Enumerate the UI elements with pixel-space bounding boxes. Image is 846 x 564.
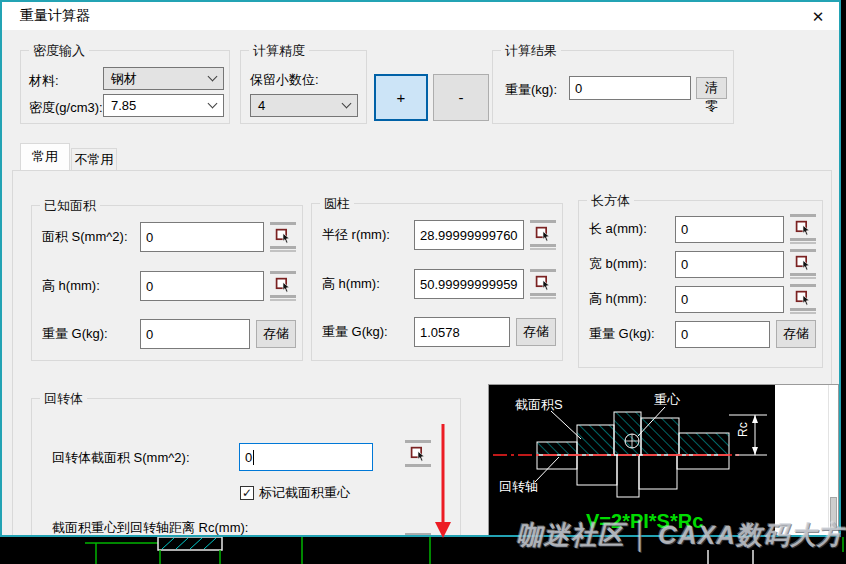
close-icon[interactable]: ✕ (803, 4, 833, 28)
height-input[interactable] (140, 271, 264, 301)
chevron-down-icon (342, 99, 352, 109)
decimals-value: 4 (258, 98, 265, 113)
field-row: 高 h(mm): (42, 271, 296, 301)
pick-bottom-line (530, 244, 556, 247)
pick-bottom-line (790, 238, 816, 241)
group-result: 计算结果 重量(kg): 清零 (492, 50, 734, 124)
rc-label: 截面积重心到回转轴距离 Rc(mm): (52, 519, 248, 537)
pick-top-line (405, 533, 431, 536)
pick-cursor-icon (535, 225, 552, 242)
revolve-diagram-image: 截面积S 重心 回转轴 Rc V=2*PI*S*Rc (489, 385, 775, 536)
diagram-formula: V=2*PI*S*Rc (586, 510, 703, 532)
material-label: 材料: (29, 72, 59, 90)
group-title: 计算精度 (249, 42, 309, 60)
weight-label: 重量 G(kg): (589, 325, 675, 343)
material-select[interactable]: 钢材 (103, 67, 224, 90)
pick-from-drawing-button[interactable] (270, 271, 296, 301)
group-known-area: 已知面积 面积 S(mm^2): 高 h(mm): (31, 205, 303, 361)
pick-top-line (790, 214, 816, 217)
field-row: 宽 b(mm): (589, 249, 816, 279)
pick-cursor-icon (795, 254, 812, 271)
pick-cursor-icon (410, 445, 427, 462)
density-select[interactable]: 7.85 (103, 94, 224, 117)
pick-bottom-line2 (790, 312, 816, 314)
revolve-preview-panel: 截面积S 重心 回转轴 Rc V=2*PI*S*Rc (488, 384, 839, 537)
height-input[interactable] (414, 269, 524, 299)
tab-common[interactable]: 常用 (20, 143, 70, 170)
group-title: 圆柱 (320, 195, 354, 213)
preview-scrollbar[interactable] (828, 385, 838, 536)
weight-label: 重量 G(kg): (42, 325, 140, 343)
group-revolve: 回转体 回转体截面积 S(mm^2): 0 ✓ 标记截面积重心 (31, 398, 461, 537)
store-button[interactable]: 存储 (256, 320, 296, 348)
decimals-select[interactable]: 4 (250, 94, 358, 117)
pick-from-drawing-button[interactable] (790, 214, 816, 244)
pick-from-drawing-button[interactable] (270, 222, 296, 252)
length-input[interactable] (675, 216, 784, 243)
chevron-down-icon (208, 99, 218, 109)
pick-bottom-line2 (530, 297, 556, 299)
group-precision: 计算精度 保留小数位: 4 (240, 50, 367, 124)
height-label: 高 h(mm): (322, 275, 414, 293)
pick-bottom-line (790, 308, 816, 311)
tab-uncommon[interactable]: 不常用 (71, 148, 117, 170)
text-caret (253, 450, 254, 465)
mark-centroid-row[interactable]: ✓ 标记截面积重心 (240, 484, 350, 502)
radius-label: 半径 r(mm): (322, 226, 414, 244)
pick-top-line (405, 440, 431, 443)
group-title: 已知面积 (40, 197, 100, 215)
height-input[interactable] (675, 286, 784, 313)
weight-input[interactable] (414, 317, 510, 347)
width-input[interactable] (675, 251, 784, 278)
density-label: 密度(g/cm3): (29, 99, 103, 117)
field-row: 长 a(mm): (589, 214, 816, 244)
field-row: 重量 G(kg): 存储 (322, 317, 556, 347)
density-value: 7.85 (111, 98, 136, 113)
pick-cursor-icon (275, 227, 292, 244)
pick-from-drawing-button[interactable] (790, 284, 816, 314)
pick-top-line (270, 271, 296, 274)
checkbox-checked-icon[interactable]: ✓ (240, 486, 254, 500)
pick-bottom-line2 (790, 277, 816, 279)
weight-input[interactable] (675, 321, 770, 348)
diagram-centroid-label: 重心 (654, 392, 681, 407)
weight-calculator-dialog: 重量计算器 ✕ 密度输入 材料: 钢材 密度(g/cm3): 7.85 计算精度… (0, 0, 841, 537)
weight-label: 重量 G(kg): (322, 323, 414, 341)
pick-cursor-icon (275, 276, 292, 293)
rc-input[interactable] (239, 535, 373, 537)
plus-button[interactable]: + (374, 74, 428, 121)
pick-cursor-icon (795, 289, 812, 306)
screenshot-stage: 重量计算器 ✕ 密度输入 材料: 钢材 密度(g/cm3): 7.85 计算精度… (0, 0, 846, 564)
pick-from-drawing-button[interactable] (530, 220, 556, 250)
group-density-input: 密度输入 材料: 钢材 密度(g/cm3): 7.85 (20, 50, 230, 124)
weight-input[interactable] (140, 319, 250, 349)
group-cylinder: 圆柱 半径 r(mm): 高 h(mm): (311, 203, 563, 361)
decimals-label: 保留小数位: (250, 71, 319, 89)
revolve-area-label: 回转体截面积 S(mm^2): (52, 449, 190, 467)
weight-label: 重量(kg): (505, 81, 557, 99)
pick-bottom-line (270, 246, 296, 249)
radius-input[interactable] (414, 220, 524, 250)
pick-top-line (270, 222, 296, 225)
chevron-down-icon (208, 72, 218, 82)
window-title: 重量计算器 (20, 7, 90, 25)
store-button[interactable]: 存储 (516, 318, 556, 346)
pick-from-drawing-button[interactable] (405, 533, 431, 536)
revolve-area-input[interactable]: 0 (239, 443, 373, 471)
store-button[interactable]: 存储 (776, 320, 816, 348)
group-cuboid: 长方体 长 a(mm): 宽 b(mm): (578, 200, 823, 368)
weight-result-input[interactable] (569, 76, 691, 100)
pick-bottom-line2 (790, 242, 816, 244)
pick-from-drawing-button[interactable] (530, 269, 556, 299)
clear-button[interactable]: 清零 (696, 77, 727, 99)
scrollbar-thumb[interactable] (830, 497, 837, 529)
titlebar[interactable]: 重量计算器 ✕ (2, 2, 839, 30)
pick-top-line (790, 249, 816, 252)
minus-button[interactable]: - (433, 74, 489, 121)
area-s-input[interactable] (140, 222, 264, 252)
pick-from-drawing-button[interactable] (790, 249, 816, 279)
pick-from-drawing-button[interactable] (405, 440, 431, 467)
pick-bottom-line (530, 293, 556, 296)
pick-top-line (790, 284, 816, 287)
field-row: 高 h(mm): (589, 284, 816, 314)
